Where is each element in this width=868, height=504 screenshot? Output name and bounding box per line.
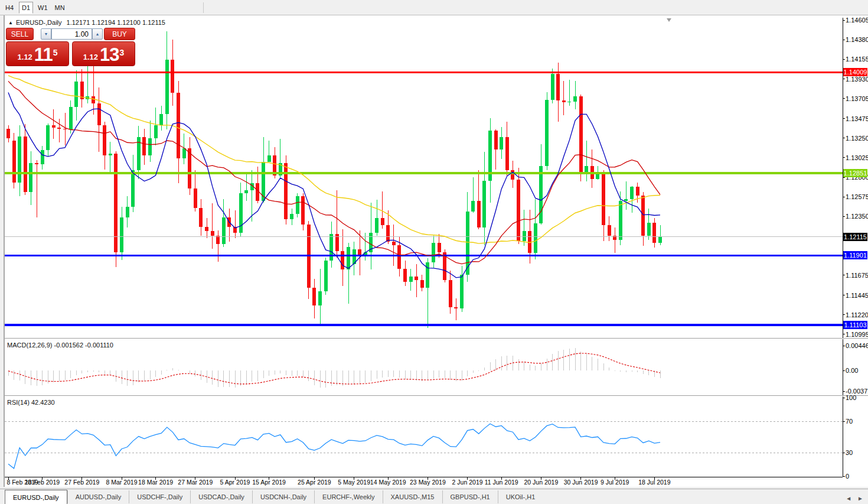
chart-symbol-title: EURUSD-,Daily <box>16 19 62 26</box>
x-axis-date-label: 27 Feb 2019 <box>64 479 99 486</box>
macd-axis-label: 0.00 <box>846 367 858 374</box>
sell-price-pip-fraction: 5 <box>53 49 58 56</box>
x-axis-date-label: 18 Mar 2019 <box>138 479 173 486</box>
symbol-tab-usdcnh[interactable]: USDCNH-,Daily <box>252 490 314 503</box>
price-axis-label: 1.12575 <box>846 193 868 200</box>
x-axis-date-label: 2 Jun 2019 <box>452 479 483 486</box>
sell-price-big-figure: 11 <box>34 47 53 63</box>
price-axis-label: 1.13250 <box>846 135 868 142</box>
price-badge: 1.12115 <box>843 233 867 241</box>
x-axis-date-label: 18 Jul 2019 <box>638 479 670 486</box>
price-axis-label: 1.14380 <box>846 36 868 43</box>
chart-canvas[interactable] <box>0 0 868 504</box>
buy-price-pip-fraction: 3 <box>120 49 125 56</box>
price-badge: 1.14009 <box>843 68 867 76</box>
price-axis-label: 1.13475 <box>846 115 868 122</box>
price-axis-label: 1.11220 <box>846 311 868 318</box>
price-badge: 1.12851 <box>843 169 867 177</box>
price-badge: 1.11901 <box>843 251 867 259</box>
price-axis-label: 1.14155 <box>846 56 868 63</box>
x-axis-date-label: 27 Mar 2019 <box>178 479 213 486</box>
price-axis-label: 1.11675 <box>846 272 868 279</box>
symbol-tab-audusd[interactable]: AUDUSD-,Daily <box>67 490 129 503</box>
window-left-border <box>0 15 5 487</box>
price-axis-label: 1.14605 <box>846 17 868 24</box>
sell-price-prefix: 1.12 <box>18 51 32 63</box>
timeframe-tab-w1[interactable]: W1 <box>35 2 50 14</box>
price-axis-label: 1.13930 <box>846 76 868 83</box>
chart-ohlc-values: 1.12171 1.12194 1.12100 1.12115 <box>67 19 165 26</box>
symbol-tab-usdcad[interactable]: USDCAD-,Daily <box>190 490 252 503</box>
rsi-axis-label: 0 <box>846 473 849 480</box>
rsi-axis-label: 30 <box>846 449 853 456</box>
symbol-tab-gbpusd[interactable]: GBPUSD-,H1 <box>442 490 498 503</box>
symbol-tab-eurchf[interactable]: EURCHF-,Weekly <box>314 490 382 503</box>
x-axis-date-label: 23 May 2019 <box>410 479 446 486</box>
timeframe-toolbar: H4D1W1MN <box>0 0 868 15</box>
symbol-tab-bar: EURUSD-,DailyAUDUSD-,DailyUSDCHF-,DailyU… <box>0 489 868 504</box>
buy-price-prefix: 1.12 <box>83 51 98 63</box>
tab-scroll-right-icon[interactable]: ► <box>857 495 863 502</box>
macd-label: MACD(12,26,9) -0.001562 -0.001110 <box>7 342 113 349</box>
timeframe-tab-mn[interactable]: MN <box>53 2 67 14</box>
x-axis-date-label: 5 May 2019 <box>338 479 370 486</box>
x-axis-date-label: 8 Mar 2019 <box>106 479 137 486</box>
x-axis-date-label: 25 Apr 2019 <box>298 479 331 486</box>
symbol-tab-eurusd[interactable]: EURUSD-,Daily <box>5 490 67 504</box>
timeframe-tab-d1[interactable]: D1 <box>19 2 33 14</box>
x-axis-date-label: 5 Apr 2019 <box>220 479 250 486</box>
sell-button[interactable]: SELL <box>6 28 34 40</box>
buy-price-display[interactable]: 1.12 13 3 <box>72 41 135 66</box>
one-click-trade-panel: SELL ▼ ▲ BUY 1.12 11 5 1.12 13 3 <box>6 27 135 66</box>
x-axis-date-label: 14 May 2019 <box>370 479 406 486</box>
volume-decrease-icon[interactable]: ▼ <box>41 28 51 40</box>
price-axis-label: 1.13025 <box>846 154 868 161</box>
x-axis-date-label: 30 Jun 2019 <box>564 479 598 486</box>
x-axis-date-label: 20 Jun 2019 <box>524 479 558 486</box>
volume-increase-icon[interactable]: ▲ <box>92 28 103 40</box>
x-axis-date-label: 11 Jun 2019 <box>485 479 518 486</box>
price-axis-label: 1.10995 <box>846 331 868 338</box>
x-axis-date-label: 9 Jul 2019 <box>601 479 629 486</box>
buy-price-big-figure: 13 <box>100 47 119 63</box>
price-axis-label: 1.11445 <box>846 292 868 299</box>
price-badge: 1.11103 <box>843 321 867 329</box>
timeframe-tab-h4[interactable]: H4 <box>2 2 17 14</box>
collapse-triangle-icon[interactable]: ▲ <box>8 20 13 25</box>
trading-platform-window: H4D1W1MN ▲EURUSD-,Daily1.12171 1.12194 1… <box>0 0 868 504</box>
chart-header: ▲EURUSD-,Daily1.12171 1.12194 1.12100 1.… <box>8 19 165 26</box>
price-axis-label: 1.12350 <box>846 213 868 220</box>
rsi-axis-label: 100 <box>846 394 856 401</box>
symbol-tab-usdchf[interactable]: USDCHF-,Daily <box>129 490 190 503</box>
macd-axis-label: 0.004465 <box>846 342 868 349</box>
sell-price-display[interactable]: 1.12 11 5 <box>6 41 69 66</box>
symbol-tab-ukoil[interactable]: UKOil-,H1 <box>498 490 543 503</box>
rsi-label: RSI(14) 42.4230 <box>7 399 55 406</box>
toolbar-divider <box>203 2 204 13</box>
volume-input[interactable] <box>51 28 92 40</box>
x-axis-date-label: 18 Feb 2019 <box>25 479 60 486</box>
price-axis-label: 1.13705 <box>846 95 868 102</box>
symbol-tab-xauusd[interactable]: XAUUSD-,M15 <box>383 490 442 503</box>
x-axis-date-label: 15 Apr 2019 <box>252 479 286 486</box>
buy-button[interactable]: BUY <box>104 28 135 40</box>
tab-scroll-left-icon[interactable]: ◄ <box>846 495 851 502</box>
rsi-axis-label: 70 <box>846 418 853 425</box>
